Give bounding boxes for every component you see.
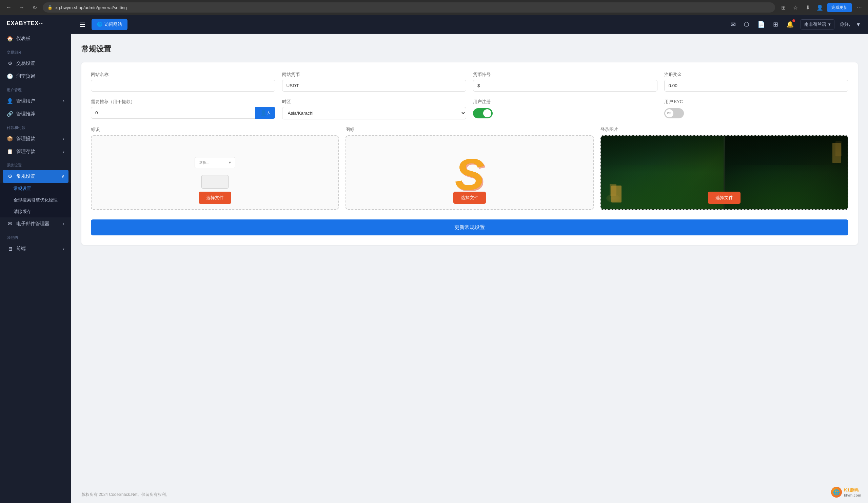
section-label-users: 用户管理: [0, 83, 71, 95]
sidebar-item-manage-deposit[interactable]: 📋 管理存款 ›: [0, 145, 71, 158]
language-label: 南非荷兰语: [804, 21, 826, 28]
sidebar-item-general-settings[interactable]: ⚙ 常规设置 ∨: [3, 170, 69, 183]
general-settings-submenu: 常规设置 全球搜索引擎优化经理 清除缓存: [0, 183, 71, 217]
user-reg-label: 用户注册: [473, 99, 658, 105]
sidebar-item-frontend[interactable]: 🖥 前端 ›: [0, 242, 71, 255]
overlay-1: [601, 136, 724, 209]
form-group-referral: 需要推荐（用于提款） 👤 人: [91, 99, 275, 120]
currency-label: 网站货币: [282, 72, 466, 78]
address-bar[interactable]: 🔒 xg.hwym.shop/admin/general/setting: [43, 2, 775, 12]
sidebar-label-dashboard: 仪表板: [16, 35, 31, 42]
user-kyc-label: 用户 KYC: [664, 99, 849, 105]
login-img-label: 登录图片: [600, 127, 848, 133]
back-button[interactable]: ←: [4, 3, 13, 12]
more-icon[interactable]: ⋯: [855, 3, 864, 12]
user-kyc-toggle[interactable]: Off: [664, 108, 684, 119]
language-selector[interactable]: 南非荷兰语 ▾: [800, 19, 835, 30]
referral-btn-label: 人: [267, 110, 271, 115]
chevron-right-icon-3: ›: [63, 149, 64, 154]
login-img-upload-area: 选择文件: [600, 135, 848, 210]
sidebar-label-润宁贸易: 润宁贸易: [16, 73, 35, 79]
main-content: 常规设置 网站名称 网站货币 货币符号: [71, 34, 868, 486]
main-area: ☰ 🌐 访问网站 ✉ ⬡ 📄 ⊞ 🔔 南非荷兰语 ▾ 你: [71, 15, 868, 503]
sidebar-item-manage-withdraw[interactable]: 📦 管理提款 ›: [0, 132, 71, 145]
footer: 版权所有 2024 CodeShack.Net。保留所有权利。: [71, 486, 868, 503]
currency-input[interactable]: [282, 80, 466, 92]
submit-button[interactable]: 更新常规设置: [91, 219, 848, 235]
login-img-panel-2: [725, 136, 848, 209]
login-img-select-file-button[interactable]: 选择文件: [708, 192, 741, 204]
reg-bonus-input[interactable]: [664, 80, 849, 92]
topbar: ☰ 🌐 访问网站 ✉ ⬡ 📄 ⊞ 🔔 南非荷兰语 ▾ 你: [71, 15, 868, 34]
watermark-k1: K1源码: [844, 487, 861, 493]
url-text: xg.hwym.shop/admin/general/setting: [55, 5, 127, 10]
referral-input[interactable]: [91, 107, 255, 119]
profile-icon[interactable]: 👤: [815, 3, 825, 12]
watermark-logo: 🌐: [831, 487, 842, 497]
submenu-label-cache: 清除缓存: [13, 208, 31, 215]
email-topbar-icon[interactable]: ✉: [729, 19, 737, 30]
website-name-label: 网站名称: [91, 72, 275, 78]
watermark: 🌐 K1源码 klym.com: [831, 487, 861, 497]
watermark-text-wrapper: K1源码 klym.com: [844, 487, 861, 497]
chevron-right-icon-5: ›: [63, 246, 64, 251]
submenu-item-cache[interactable]: 清除缓存: [0, 206, 71, 217]
sidebar-item-trade-settings[interactable]: ⚙ 交易设置: [0, 57, 71, 70]
icon-upload-label: 图标: [345, 127, 593, 133]
upload-group-login-img: 登录图片: [600, 127, 848, 210]
chevron-down-icon-lang: ▾: [828, 22, 831, 27]
sidebar-item-manage-referrals[interactable]: 🔗 管理推荐: [0, 107, 71, 120]
visit-site-button[interactable]: 🌐 访问网站: [92, 19, 127, 30]
user-reg-toggle-wrapper: On: [473, 108, 658, 119]
timezone-label: 时区: [282, 99, 466, 105]
refresh-button[interactable]: ↻: [30, 3, 39, 12]
user-reg-toggle[interactable]: On: [473, 108, 493, 119]
website-name-input[interactable]: [91, 80, 275, 92]
bookmark-icon[interactable]: ☆: [791, 3, 800, 12]
user-greeting: 你好,: [840, 21, 850, 28]
icon-upload-area: S S S 选择文件: [345, 135, 593, 210]
chevron-right-icon: ›: [63, 99, 64, 103]
form-row-2: 需要推荐（用于提款） 👤 人 时区 Asia/Karachi: [91, 99, 848, 120]
form-row-1: 网站名称 网站货币 货币符号 注册奖金: [91, 72, 848, 92]
timezone-select[interactable]: Asia/Karachi: [282, 107, 466, 120]
document-icon[interactable]: 📄: [756, 19, 766, 30]
browser-actions: ⊞ ☆ ⬇ 👤 完成更新 ⋯: [778, 3, 864, 12]
update-button[interactable]: 完成更新: [827, 3, 852, 12]
sidebar-item-润宁贸易[interactable]: 🕐 润宁贸易: [0, 70, 71, 83]
sidebar-label-general-settings: 常规设置: [16, 173, 35, 179]
hamburger-button[interactable]: ☰: [78, 19, 87, 30]
box-icon: 📦: [7, 136, 13, 142]
grid-icon[interactable]: ⊞: [772, 19, 779, 30]
browser-bar: ← → ↻ 🔒 xg.hwym.shop/admin/general/setti…: [0, 0, 868, 15]
section-label-payments: 付款和付款: [0, 120, 71, 132]
download-icon[interactable]: ⬇: [803, 3, 813, 12]
sidebar-item-dashboard[interactable]: 🏠 仪表板: [0, 32, 71, 45]
reg-bonus-label: 注册奖金: [664, 72, 849, 78]
footer-copyright: 版权所有 2024 CodeShack.Net。保留所有权利。: [81, 492, 170, 497]
svg-text:S: S: [455, 150, 485, 196]
submenu-label-general: 常规设置: [13, 186, 31, 192]
sidebar-label-manage-deposit: 管理存款: [16, 148, 35, 155]
referral-icon-button[interactable]: 👤 人: [255, 107, 275, 119]
chevron-right-icon-2: ›: [63, 136, 64, 141]
sidebar-item-manage-users[interactable]: 👤 管理用户 ›: [0, 95, 71, 107]
logo-select-file-button[interactable]: 选择文件: [199, 192, 231, 204]
translate-icon[interactable]: ⊞: [778, 3, 788, 12]
user-kyc-slider: Off: [664, 108, 684, 119]
upload-group-icon: 图标 S S S 选择文件: [345, 127, 593, 210]
email-icon: ✉: [7, 221, 13, 227]
form-group-user-reg: 用户注册 On: [473, 99, 658, 120]
notification-icon[interactable]: 🔔: [785, 19, 795, 30]
submenu-item-seo[interactable]: 全球搜索引擎优化经理: [0, 194, 71, 206]
forward-button[interactable]: →: [17, 3, 27, 12]
form-group-reg-bonus: 注册奖金: [664, 72, 849, 92]
symbol-input[interactable]: [473, 80, 658, 92]
icon-select-file-button[interactable]: 选择文件: [453, 192, 486, 204]
submenu-item-general[interactable]: 常规设置: [0, 183, 71, 194]
sidebar-item-email-manager[interactable]: ✉ 电子邮件管理器 ›: [0, 217, 71, 230]
cube-icon[interactable]: ⬡: [743, 19, 751, 30]
settings-icon: ⚙: [7, 60, 13, 66]
user-kyc-off-label: Off: [667, 112, 671, 115]
user-chevron-icon[interactable]: ▾: [856, 19, 861, 30]
